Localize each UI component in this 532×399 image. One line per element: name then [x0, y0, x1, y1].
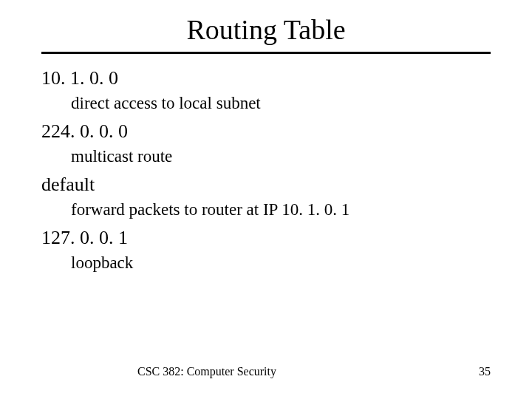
route-address: 224. 0. 0. 0	[41, 120, 491, 143]
route-description: loopback	[71, 253, 491, 273]
routing-entry: 127. 0. 0. 1 loopback	[41, 227, 491, 273]
slide: Routing Table 10. 1. 0. 0 direct access …	[0, 0, 532, 399]
footer-page-number: 35	[479, 365, 491, 378]
route-address: 10. 1. 0. 0	[41, 67, 491, 89]
slide-title: Routing Table	[41, 13, 491, 46]
route-address: 127. 0. 0. 1	[41, 227, 491, 249]
routing-entry: 224. 0. 0. 0 multicast route	[41, 120, 491, 166]
routing-entry: default forward packets to router at IP …	[41, 174, 491, 219]
footer-course: CSC 382: Computer Security	[137, 365, 276, 378]
title-underline	[41, 52, 491, 54]
slide-footer: CSC 382: Computer Security 35	[0, 365, 532, 378]
route-address: default	[41, 174, 491, 196]
route-description: forward packets to router at IP 10. 1. 0…	[71, 200, 491, 219]
routing-entry: 10. 1. 0. 0 direct access to local subne…	[41, 67, 491, 113]
route-description: direct access to local subnet	[71, 94, 491, 113]
route-description: multicast route	[71, 147, 491, 166]
